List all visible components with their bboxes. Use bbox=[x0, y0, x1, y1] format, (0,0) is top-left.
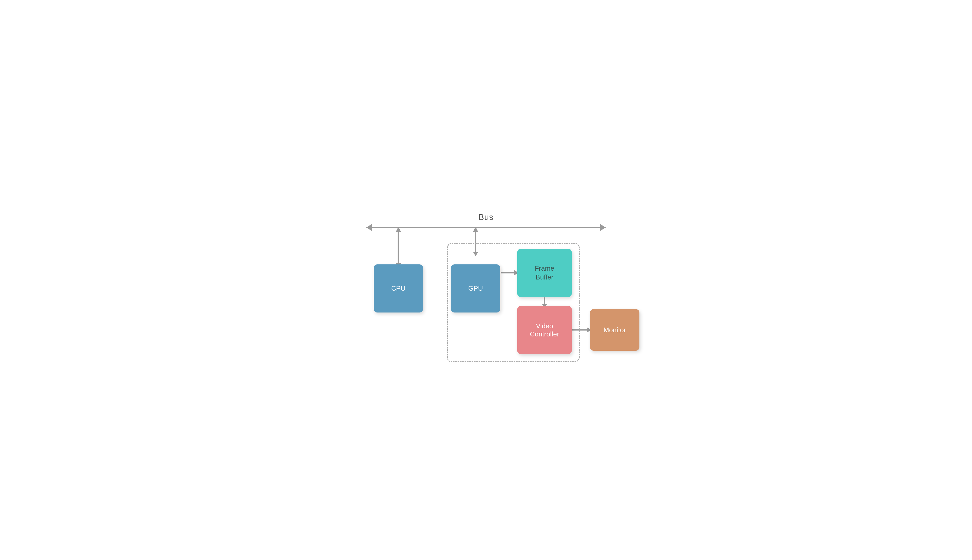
cpu-block: CPU bbox=[373, 264, 423, 312]
videocontroller-label: VideoController bbox=[530, 322, 559, 338]
bus-line bbox=[367, 227, 605, 228]
videocontroller-block: VideoController bbox=[517, 306, 572, 354]
diagram: Bus CPU GPU FrameBuffer bbox=[367, 212, 605, 348]
monitor-label: Monitor bbox=[604, 326, 626, 334]
bus-arrow bbox=[367, 225, 605, 230]
gpu-block: GPU bbox=[451, 264, 500, 312]
framebuffer-label: FrameBuffer bbox=[535, 264, 554, 282]
gpu-label: GPU bbox=[468, 284, 483, 292]
bus-label: Bus bbox=[478, 212, 494, 222]
framebuffer-block: FrameBuffer bbox=[517, 249, 572, 297]
cpu-label: CPU bbox=[391, 284, 406, 292]
monitor-block: Monitor bbox=[590, 309, 639, 351]
